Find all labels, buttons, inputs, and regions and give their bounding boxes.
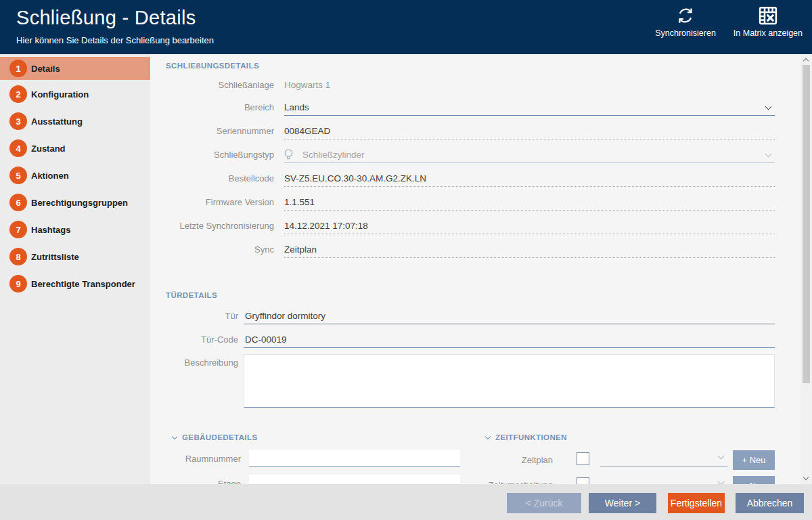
chevron-down-icon — [718, 479, 725, 484]
sidebar-item-label: Ausstattung — [31, 116, 83, 127]
zeitumschaltung-neu-button[interactable]: + Neu — [733, 476, 775, 484]
zeitumschaltung-dropdown[interactable] — [600, 476, 727, 484]
sidebar-item-ausstattung[interactable]: 3 Ausstattung — [0, 110, 150, 133]
sidebar-item-label: Details — [31, 64, 60, 74]
field-label: Tür — [150, 309, 238, 324]
title-bar: Schließung - Details Hier können Sie Det… — [0, 0, 812, 54]
header-actions: Synchronisieren In Matrix anzeigen — [655, 5, 803, 38]
field-row-schliessanlage: Schließanlage Hogwarts 1 — [150, 79, 775, 93]
wizard-footer: < Zurück Weiter > Fertigstellen Abbreche… — [0, 484, 812, 520]
bestellcode-value: SV-Z5.EU.CO.30-30.AM.G2.ZK.LN — [284, 172, 775, 187]
field-label: Schließanlage — [150, 79, 274, 93]
sidebar-item-label: Hashtags — [31, 225, 71, 235]
sidebar-item-berechtigungsgruppen[interactable]: 6 Berechtigungsgruppen — [0, 191, 150, 214]
zeitplan-dropdown[interactable] — [600, 450, 727, 467]
chevron-down-icon — [718, 453, 725, 460]
back-button[interactable]: < Zurück — [507, 493, 581, 513]
sidebar-item-label: Konfiguration — [31, 89, 89, 100]
main-form-area: SCHLIEßUNGSDETAILS Schließanlage Hogwart… — [150, 54, 798, 484]
field-label: Bereich — [150, 101, 274, 116]
wizard-step-sidebar: 1 Details 2 Konfiguration 3 Ausstattung … — [0, 54, 150, 484]
field-label: Seriennummer — [150, 125, 274, 139]
sidebar-item-aktionen[interactable]: 5 Aktionen — [0, 164, 150, 187]
tuer-code-input[interactable] — [244, 334, 775, 348]
field-label: Letzte Synchronisierung — [150, 219, 274, 234]
field-row-bereich: Bereich Lands — [150, 101, 775, 116]
sidebar-item-berechtigte-transponder[interactable]: 9 Berechtigte Transponder — [0, 272, 150, 295]
schliessungstyp-value: Schließzylinder — [302, 150, 365, 160]
sync-icon — [675, 5, 696, 26]
step-number-badge: 6 — [9, 194, 27, 211]
sidebar-item-label: Zustand — [31, 144, 66, 154]
raumnummer-label: Raumnummer — [150, 454, 241, 464]
step-number-badge: 7 — [9, 221, 27, 238]
zeitplan-label: Zeitplan — [486, 455, 553, 465]
field-label: Tür-Code — [150, 333, 238, 348]
field-label: Schließungstyp — [150, 148, 274, 163]
firmware-value: 1.1.551 — [284, 196, 775, 211]
field-label: Sync — [150, 243, 274, 258]
bereich-value: Lands — [284, 102, 309, 112]
step-number-badge: 8 — [9, 248, 27, 265]
sidebar-item-label: Zutrittsliste — [31, 252, 79, 262]
step-number-badge: 4 — [9, 139, 27, 157]
field-row-letzte-synchronisierung: Letzte Synchronisierung 14.12.2021 17:07… — [150, 219, 775, 234]
sidebar-item-hashtags[interactable]: 7 Hashtags — [0, 218, 150, 241]
letzte-sync-value: 14.12.2021 17:07:18 — [284, 219, 775, 234]
sync-value: Zeitplan — [284, 243, 775, 258]
sidebar-item-zutrittsliste[interactable]: 8 Zutrittsliste — [0, 245, 150, 268]
vertical-scrollbar[interactable] — [800, 54, 812, 484]
field-row-firmware: Firmware Version 1.1.551 — [150, 196, 775, 211]
step-number-badge: 2 — [9, 85, 27, 103]
schliessungstyp-dropdown: Schließzylinder — [284, 148, 775, 163]
scrollbar-thumb[interactable] — [803, 65, 810, 383]
building-details-collapse[interactable]: GEBÄUDEDETAILS — [173, 433, 257, 441]
section-title-door-details: TÜRDETAILS — [166, 291, 217, 299]
matrix-grid-icon — [758, 5, 778, 26]
section-title-building-details: GEBÄUDEDETAILS — [182, 433, 257, 441]
scroll-down-icon[interactable] — [803, 475, 809, 480]
field-label: Firmware Version — [150, 196, 274, 211]
raumnummer-input[interactable] — [249, 450, 460, 467]
bereich-dropdown[interactable]: Lands — [284, 101, 775, 116]
chevron-down-icon — [485, 433, 491, 439]
sidebar-item-zustand[interactable]: 4 Zustand — [0, 137, 150, 160]
chevron-down-icon — [765, 151, 772, 158]
step-number-badge: 3 — [9, 112, 27, 130]
synchronize-label: Synchronisieren — [655, 28, 716, 38]
seriennummer-value: 0084GEAD — [284, 125, 775, 139]
synchronize-button[interactable]: Synchronisieren — [655, 5, 716, 38]
step-number-badge: 9 — [9, 275, 27, 292]
step-number-badge: 1 — [9, 60, 27, 77]
lock-cylinder-icon — [284, 149, 293, 164]
field-row-sync: Sync Zeitplan — [150, 243, 775, 258]
cancel-button[interactable]: Abbrechen — [736, 493, 804, 513]
section-title-lock-details: SCHLIEßUNGSDETAILS — [166, 62, 259, 70]
page-subtitle: Hier können Sie Details der Schließung b… — [16, 35, 214, 45]
sidebar-item-label: Berechtigungsgruppen — [31, 198, 128, 208]
sidebar-item-label: Berechtigte Transponder — [31, 279, 135, 289]
field-row-tuer-code: Tür-Code — [150, 333, 775, 348]
scroll-up-icon[interactable] — [803, 58, 809, 64]
sidebar-item-label: Aktionen — [31, 171, 69, 181]
field-row-bestellcode: Bestellcode SV-Z5.EU.CO.30-30.AM.G2.ZK.L… — [150, 172, 775, 187]
field-row-schliessungstyp: Schließungstyp Schließzylinder — [150, 148, 775, 163]
sidebar-item-konfiguration[interactable]: 2 Konfiguration — [0, 83, 150, 106]
next-button[interactable]: Weiter > — [589, 493, 656, 513]
chevron-down-icon — [172, 433, 177, 439]
time-functions-collapse[interactable]: ZEITFUNKTIONEN — [486, 433, 567, 441]
finish-button[interactable]: Fertigstellen — [668, 493, 725, 513]
tuer-input[interactable] — [244, 310, 775, 324]
zeitumschaltung-checkbox[interactable] — [577, 477, 589, 484]
field-label: Bestellcode — [150, 172, 274, 187]
sidebar-item-details[interactable]: 1 Details — [0, 57, 150, 80]
show-in-matrix-button[interactable]: In Matrix anzeigen — [734, 5, 803, 38]
section-title-time-functions: ZEITFUNKTIONEN — [495, 433, 567, 441]
beschreibung-textarea[interactable] — [244, 354, 775, 408]
step-number-badge: 5 — [9, 167, 27, 184]
etage-input[interactable] — [249, 475, 460, 484]
chevron-down-icon — [765, 104, 772, 110]
page-title: Schließung - Details — [16, 7, 196, 29]
zeitplan-checkbox[interactable] — [577, 452, 589, 465]
zeitplan-neu-button[interactable]: + Neu — [733, 450, 775, 470]
